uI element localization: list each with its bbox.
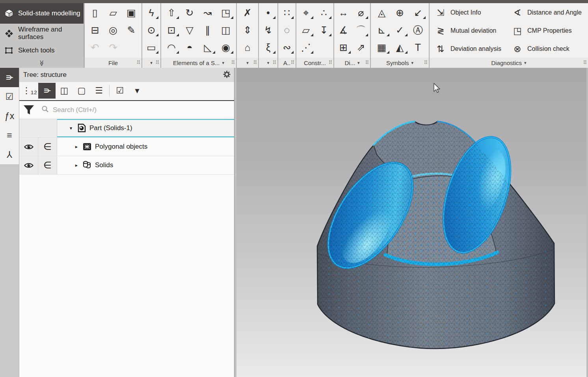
cut-extrusion-icon[interactable]: ⊡ [162,21,180,39]
group-grip-icon[interactable]: ⠿ [272,60,276,65]
mutual-deviation-button[interactable]: ≷Mutual deviation [433,22,510,40]
text-icon[interactable]: T [409,39,427,56]
group-label-sketch[interactable]: ▾ ⠿ [142,58,160,68]
undo-icon[interactable]: ↶ [86,39,104,56]
group-arrow-icon[interactable]: ▾ [267,60,270,65]
point-icon[interactable]: • [259,4,277,21]
ribbon-collapse-button[interactable]: ≫ [0,58,84,68]
hierarchy-panel-icon[interactable]: ⅄ [0,145,19,164]
local-cs-icon[interactable]: ⌖ [297,4,315,21]
group-grip-icon[interactable]: ⠿ [253,60,257,65]
group-label-construction[interactable]: Constr... ⠿ [296,58,333,68]
expand-arrow-icon[interactable]: ▾ [68,125,74,131]
helix-icon[interactable]: ξ [259,39,277,56]
draft-icon[interactable]: ◺ [199,39,217,56]
tolerance-frame-icon[interactable]: ▦ [373,39,391,56]
group-arrow-icon[interactable]: ▾ [150,60,153,65]
points-array-icon[interactable]: ∷ [279,4,295,21]
radial-dimension-icon[interactable]: ⌀ [352,4,370,21]
tree-row-solids[interactable]: ∈ ▸ Solids [19,156,234,175]
delete-face-icon[interactable]: ✗ [238,4,257,21]
group-label-diagnostics[interactable]: Diagnostics ▾ ⠿ [430,58,588,68]
object-info-button[interactable]: ⇲Object Info [433,4,510,22]
group-grip-icon[interactable]: ⠿ [328,60,332,65]
expand-arrow-icon[interactable]: ▸ [74,162,79,168]
relations-icon[interactable]: ◫ [56,83,73,99]
tree-row-part[interactable]: ▾ Part (Solids-1) [19,119,234,138]
group-label-modify[interactable]: ▾ ⠿ [237,58,258,68]
tree-structure-icon[interactable]: ⋔ [38,83,56,99]
membership-icon[interactable]: ∈ [38,156,57,174]
diagonal-dimension-icon[interactable]: ⇗ [352,39,370,56]
angular-dimension-icon[interactable]: ∡ [335,21,352,39]
dimension-frame-icon[interactable]: ⊞ [335,39,352,56]
extrusion-icon[interactable]: ⇧ [162,4,180,21]
fillet-icon[interactable]: ◠ [162,39,180,56]
distance-angle-button[interactable]: ∢Distance and Angle [510,4,586,22]
rib-icon[interactable]: ∥ [199,21,217,39]
polyline-icon[interactable]: ↯ [259,21,277,39]
tab-sketch-tools[interactable]: Sketch tools [0,43,84,58]
search-input[interactable] [52,106,227,114]
group-arrow-icon[interactable]: ▾ [411,60,414,65]
group-label-symbols[interactable]: Symbols ▾ ⠿ [371,58,429,68]
layers-icon[interactable]: ☰ [90,83,108,99]
sketch-icon[interactable]: ▭ [143,39,160,56]
group-label-file[interactable]: File ⠿ [85,58,141,68]
hole-icon[interactable]: ▽ [180,21,199,39]
offset-plane-icon[interactable]: ▱ [297,21,315,39]
position-symbol-icon[interactable]: ◭ [391,39,409,56]
surface-finish-icon[interactable]: ✓ [391,21,409,39]
round-hole-icon[interactable]: ◉ [217,39,235,56]
group-arrow-icon[interactable]: ▾ [357,60,360,65]
3d-viewport[interactable] [236,68,588,377]
import-part-icon[interactable]: ↧ [315,21,333,39]
revolution-icon[interactable]: ↻ [180,4,199,21]
roughness-icon[interactable]: ◬ [373,4,391,21]
shell-icon[interactable]: ◫ [217,21,235,39]
parameters-panel-icon[interactable]: ☑ [0,87,19,106]
visibility-eye-icon[interactable] [19,138,38,156]
group-grip-icon[interactable]: ⠿ [365,60,369,65]
cmp-properties-button[interactable]: ◳CMP Properties [510,22,586,40]
group-grip-icon[interactable]: ⠿ [424,60,428,65]
leader-icon[interactable]: ↙ [409,4,427,21]
construction-axis-icon[interactable]: ⋰ [297,39,315,56]
new-document-icon[interactable]: ▯ [86,4,104,21]
body-height-icon[interactable]: ⇕ [238,21,257,39]
group-grip-icon[interactable]: ⠿ [290,60,294,65]
copy-objects-icon[interactable]: ◌ [279,21,295,39]
dropdown-arrow-icon[interactable]: ▾ [128,83,146,99]
sweep-icon[interactable]: ↝ [199,4,217,21]
save-as-icon[interactable]: ✎ [122,21,140,39]
expand-arrow-icon[interactable]: ▸ [74,144,79,149]
print-preview-icon[interactable]: ◎ [104,21,122,39]
visibility-eye-icon[interactable] [19,156,38,174]
tree-panel-icon[interactable]: ⋔ [0,68,19,87]
save-icon[interactable]: ▣ [122,4,140,21]
collision-check-button[interactable]: ⊗Collision check [510,40,586,58]
datum-icon[interactable]: ⊾ [373,21,391,39]
tab-solid-state-modelling[interactable]: Solid-state modelling [0,3,84,24]
tree-row-polygonal-objects[interactable]: ∈ ▸ Polygonal objects [19,138,234,156]
control-points-icon[interactable]: ∴ [315,4,333,21]
macro-icon[interactable]: ϟ [143,4,160,21]
group-grip-icon[interactable]: ⠿ [136,60,140,65]
free-form-icon[interactable]: ∾ [279,39,295,56]
open-document-icon[interactable]: ▱ [104,4,122,21]
membership-icon[interactable]: ∈ [38,138,57,156]
tree-numbered-icon[interactable]: ⋮₁₂ [21,83,38,99]
group-label-array[interactable]: A.. ⠿ [278,58,296,68]
body-of-revolution-icon[interactable]: ⊙ [143,21,160,39]
deviation-analysis-button[interactable]: ⇅Deviation analysis [433,40,510,58]
axis-symbol-icon[interactable]: ⊕ [391,4,409,21]
group-arrow-icon[interactable]: ▾ [524,60,527,65]
tab-wireframe-surfaces[interactable]: Wireframe and surfaces [0,24,84,43]
layers-panel-icon[interactable]: ≡ [0,126,19,145]
filter-funnel-icon[interactable] [19,105,38,115]
group-grip-icon[interactable]: ⠿ [583,60,587,65]
display-filter-icon[interactable]: ☑ [111,83,128,99]
group-arrow-icon[interactable]: ▾ [246,60,249,65]
redo-icon[interactable]: ↷ [104,39,122,56]
group-arrow-icon[interactable]: ▾ [222,60,224,65]
